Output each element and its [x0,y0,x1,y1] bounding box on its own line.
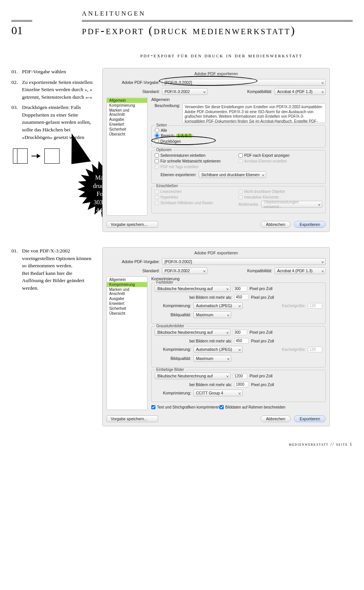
tile-input: 128 [308,303,322,309]
label: Adobe PDF-Vorgabe: [118,80,160,85]
starburst-callout: Maximal druckbares Format: 303 mm × 449 … [72,160,95,228]
steps-list-2: 01.Die von PDF/X-3:2002 voreingestellten… [11,247,95,426]
export-dialog-allgemein: Adobe PDF exportieren Adobe PDF-Vorgabe:… [102,68,330,232]
chk-seitenmin[interactable]: Seitenminiaturen einbetten [155,153,206,158]
chk-text-compress[interactable]: Text und Strichgrafiken komprimieren [151,405,220,409]
step-num: 01. [11,247,20,292]
sidebar-item[interactable]: Komprimierung [107,282,147,287]
chk-hilfslinien: Sichtbare Hilfslinien und Raster [155,201,213,205]
fieldset-legend: Optionen [155,148,173,152]
page-footer: medienwerkstatt // seite 1 [11,442,353,447]
dialog-sidebar[interactable]: Allgemein Komprimierung Marken und Ansch… [107,97,147,216]
dialog-sidebar[interactable]: Allgemein Komprimierung Marken und Ansch… [107,276,147,410]
chk-lesezeichen: Lesezeichen [155,189,182,194]
label: Komprimierung: [155,391,191,395]
chk-pdfnach[interactable]: PDF nach Export anzeigen [238,153,290,158]
label: Pixel pro Zoll [251,295,274,300]
kompat-select[interactable]: Acrobat 4 (PDF 1.3) [275,267,326,274]
sidebar-item[interactable]: Übersicht [107,311,147,316]
compression-select[interactable]: Automatisch (JPEG) [193,302,243,309]
tile-input: 128 [308,347,322,352]
export-button[interactable]: Exportieren [294,415,326,422]
fieldset-legend: Graustufenbilder [155,324,186,328]
label: Komprimierung: [155,347,191,352]
chk-acrobat-ebenen: Acrobat-Ebenen erstellen [238,159,287,163]
sidebar-item[interactable]: Sicherheit [107,306,147,311]
kompat-select[interactable]: Acrobat 4 (PDF 1.3) [275,88,326,95]
chk-webansicht[interactable]: Für schnelle Webansicht optimieren [155,159,221,163]
downsample-select[interactable]: Bikubische Neuberechnung auf [155,372,231,379]
label: Standard: [118,89,160,94]
sidebar-item[interactable]: Erweitert [107,122,147,127]
arrow-right-icon [31,151,41,161]
chapter-number: 01 [11,24,27,37]
rule [11,20,32,22]
downsample-select[interactable]: Bikubische Neuberechnung auf [155,285,231,292]
label: Bildqualität: [155,312,191,317]
dpi-input[interactable]: 300 [233,330,247,335]
standard-select[interactable]: PDF/X-3:2002 [162,88,207,95]
step-num: 01. [11,68,20,76]
step-num: 02. [11,79,20,101]
radio-alle[interactable]: Alle [155,128,167,133]
label: bei Bildern mit mehr als: [155,382,232,387]
sidebar-item[interactable]: Komprimierung [107,103,147,108]
label: Kompatibilität: [236,89,272,94]
annotation-oval-preset [159,76,257,86]
chk-interaktiv: Interaktive Elemente [238,195,279,199]
export-button[interactable]: Exportieren [294,221,326,228]
multimedia-select: Objekteinstellungen verwend... [261,201,322,208]
sidebar-item[interactable]: Ausgabe [107,296,147,301]
dialog-title: Adobe PDF exportieren [107,251,326,255]
sidebar-item[interactable]: Marken und Anschnitt [107,287,147,296]
fieldset-legend: Farbbilder [155,280,175,284]
threshold-input[interactable]: 1800 [234,382,249,387]
label: Pixel pro Zoll [249,286,273,291]
fieldset-legend: Seiten [155,123,168,127]
step-text: Die von PDF/X-3:2002 voreingestellten Op… [22,247,95,292]
label: Pixel pro Zoll [251,382,274,387]
label: Beschreibung: [151,103,180,108]
label: Pixel pro Zoll [249,374,273,378]
sidebar-item[interactable]: Allgemein [107,277,147,282]
panel-title: Komprimierung [151,276,326,281]
pdf-preset-select[interactable]: [PDF/X-3:2002] [162,258,326,265]
threshold-input[interactable]: 450 [234,294,249,300]
annotation-oval-bereich [151,136,216,145]
chk-hyperlinks: Hyperlinks [155,195,178,199]
header-kicker: anleitungen [82,8,353,18]
page-title: pdf-export (druck medienwerkstatt) [82,24,353,37]
step-text: Zu exportierende Seiten einstellen: Einz… [22,79,95,101]
ebenen-select[interactable]: Sichtbare und druckbare Ebenen [199,171,266,178]
dpi-input[interactable]: 300 [233,286,247,292]
rule [82,20,353,22]
sidebar-item[interactable]: Sicherheit [107,127,147,132]
standard-select[interactable]: PDF/X-3:2002 [162,267,207,274]
label: Adobe PDF-Vorgabe: [118,259,160,264]
label: Ebenen exportieren: [155,172,196,177]
quality-select[interactable]: Maximum [193,355,231,362]
sidebar-item[interactable]: Marken und Anschnitt [107,108,147,117]
sidebar-item[interactable]: Allgemein [107,98,147,103]
sidebar-item[interactable]: Ausgabe [107,117,147,122]
threshold-input[interactable]: 450 [234,338,249,344]
quality-select[interactable]: Maximum [193,311,231,318]
save-preset-button[interactable]: Vorgabe speichern... [107,415,158,422]
cancel-button[interactable]: Abbrechen [260,221,291,228]
downsample-select[interactable]: Bikubische Neuberechnung auf [155,329,231,336]
step-text: PDF-Vorgabe wählen [22,68,66,76]
save-preset-button[interactable]: Vorgabe speichern... [107,221,158,228]
compression-select[interactable]: CCITT Group 4 [193,390,243,396]
dpi-input[interactable]: 1200 [233,373,247,379]
compression-select[interactable]: Automatisch (JPEG) [193,346,243,353]
subtitle: pdf-export für den druck in der medienwe… [140,52,353,59]
label: Standard: [118,268,160,273]
dialog-title: Adobe PDF exportieren [107,71,326,76]
sidebar-item[interactable]: Übersicht [107,132,147,137]
label: bei Bildern mit mehr als: [155,295,232,300]
fieldset-legend: Einschließen [155,184,179,188]
cancel-button[interactable]: Abbrechen [260,415,291,422]
chk-nichtdruck: Nicht druckbare Objekte [238,189,285,194]
sidebar-item[interactable]: Erweitert [107,301,147,306]
chk-crop-frames[interactable]: Bilddaten auf Rahmen beschneiden [220,405,285,409]
